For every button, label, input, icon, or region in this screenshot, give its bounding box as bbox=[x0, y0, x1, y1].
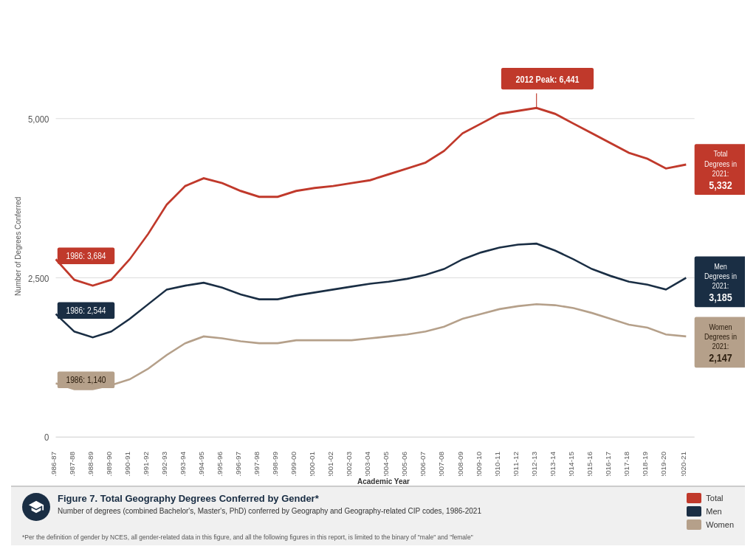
svg-text:2020-21: 2020-21 bbox=[681, 452, 687, 476]
legend-swatch-women bbox=[687, 519, 701, 530]
svg-text:1986-87: 1986-87 bbox=[50, 452, 57, 476]
svg-text:1990-91: 1990-91 bbox=[124, 452, 131, 476]
footer-top: Figure 7. Total Geography Degrees Confer… bbox=[22, 493, 734, 530]
chart-area: Number of Degrees Conferred 0 2,500 5,00… bbox=[11, 7, 745, 486]
legend-item-total: Total bbox=[687, 493, 734, 503]
svg-text:2012-13: 2012-13 bbox=[531, 452, 537, 476]
svg-text:0: 0 bbox=[44, 432, 49, 443]
svg-text:1987-88: 1987-88 bbox=[69, 452, 75, 476]
svg-text:2018-19: 2018-19 bbox=[642, 452, 649, 476]
svg-text:2006-07: 2006-07 bbox=[420, 452, 427, 476]
svg-text:2021:: 2021: bbox=[712, 169, 729, 178]
svg-text:1997-98: 1997-98 bbox=[254, 452, 261, 476]
chart-inner: 0 2,500 5,000 1986-87 1987-88 bbox=[22, 7, 745, 486]
legend-swatch-total bbox=[687, 493, 701, 503]
figure-title: Figure 7. Total Geography Degrees Confer… bbox=[58, 493, 672, 504]
svg-text:2010-11: 2010-11 bbox=[494, 452, 501, 476]
svg-text:1986: 3,684: 1986: 3,684 bbox=[66, 252, 106, 261]
svg-text:2004-05: 2004-05 bbox=[383, 452, 390, 476]
legend: Total Men Women bbox=[687, 493, 734, 530]
svg-text:Total: Total bbox=[713, 150, 727, 159]
svg-text:2014-15: 2014-15 bbox=[568, 452, 574, 476]
svg-text:2008-09: 2008-09 bbox=[457, 452, 464, 476]
peak-label: 2012 Peak: 6,441 bbox=[516, 74, 580, 84]
svg-text:2015-16: 2015-16 bbox=[586, 452, 593, 476]
svg-text:2016-17: 2016-17 bbox=[605, 452, 611, 476]
svg-text:2003-04: 2003-04 bbox=[365, 452, 371, 476]
legend-swatch-men bbox=[687, 506, 701, 517]
legend-label-men: Men bbox=[706, 507, 721, 516]
svg-text:5,332: 5,332 bbox=[709, 179, 732, 191]
svg-text:3,185: 3,185 bbox=[709, 291, 732, 303]
page-container: Number of Degrees Conferred 0 2,500 5,00… bbox=[0, 0, 756, 549]
svg-text:1986: 2,544: 1986: 2,544 bbox=[66, 306, 106, 316]
svg-text:2,500: 2,500 bbox=[28, 273, 49, 284]
svg-text:Men: Men bbox=[714, 262, 727, 271]
svg-text:2002-03: 2002-03 bbox=[346, 452, 353, 476]
svg-text:Women: Women bbox=[709, 322, 732, 331]
svg-text:2019-20: 2019-20 bbox=[661, 452, 667, 476]
legend-label-total: Total bbox=[706, 494, 723, 503]
svg-text:1995-96: 1995-96 bbox=[217, 452, 224, 476]
svg-text:5,000: 5,000 bbox=[28, 114, 49, 125]
svg-text:2013-14: 2013-14 bbox=[549, 452, 556, 476]
chart-svg: 0 2,500 5,000 1986-87 1987-88 bbox=[22, 7, 745, 476]
footer-text-block: Figure 7. Total Geography Degrees Confer… bbox=[58, 493, 672, 517]
footer-left: Figure 7. Total Geography Degrees Confer… bbox=[22, 493, 672, 521]
svg-text:2021:: 2021: bbox=[712, 342, 729, 351]
svg-text:1988-89: 1988-89 bbox=[87, 452, 94, 476]
svg-text:1989-90: 1989-90 bbox=[106, 452, 112, 476]
legend-label-women: Women bbox=[706, 520, 734, 529]
svg-text:1994-95: 1994-95 bbox=[199, 452, 205, 476]
svg-text:2001-02: 2001-02 bbox=[328, 452, 334, 476]
svg-text:Degrees in: Degrees in bbox=[704, 272, 737, 280]
svg-text:2011-12: 2011-12 bbox=[512, 452, 519, 476]
svg-text:2000-01: 2000-01 bbox=[309, 452, 316, 476]
legend-item-women: Women bbox=[687, 519, 734, 530]
x-axis-labels: 1986-87 1987-88 1988-89 1989-90 1990-91 … bbox=[50, 452, 687, 476]
x-axis-label: Academic Year bbox=[22, 477, 745, 486]
footnote: *Per the definition of gender by NCES, a… bbox=[22, 534, 734, 542]
women-line bbox=[56, 304, 687, 389]
svg-text:2007-08: 2007-08 bbox=[439, 452, 445, 476]
figure-description: Number of degrees (combined Bachelor's, … bbox=[58, 506, 672, 517]
svg-container: 0 2,500 5,000 1986-87 1987-88 bbox=[22, 7, 745, 476]
svg-text:1992-93: 1992-93 bbox=[161, 452, 168, 476]
svg-text:2021:: 2021: bbox=[712, 281, 729, 290]
legend-item-men: Men bbox=[687, 506, 734, 517]
y-axis-label: Number of Degrees Conferred bbox=[11, 7, 22, 486]
graduation-cap-icon bbox=[22, 493, 50, 521]
svg-text:Degrees in: Degrees in bbox=[704, 332, 737, 341]
footer: Figure 7. Total Geography Degrees Confer… bbox=[11, 486, 745, 545]
svg-text:2005-06: 2005-06 bbox=[402, 452, 408, 476]
svg-text:1998-99: 1998-99 bbox=[272, 452, 279, 476]
svg-text:2,147: 2,147 bbox=[709, 352, 732, 364]
svg-text:1991-92: 1991-92 bbox=[142, 452, 149, 476]
men-line bbox=[56, 244, 687, 337]
total-line bbox=[56, 108, 687, 286]
svg-text:2009-10: 2009-10 bbox=[475, 452, 482, 476]
svg-text:1986: 1,140: 1986: 1,140 bbox=[66, 376, 106, 385]
cap-svg bbox=[28, 499, 44, 515]
svg-text:1993-94: 1993-94 bbox=[179, 452, 186, 476]
svg-text:Degrees in: Degrees in bbox=[704, 159, 737, 168]
svg-text:2017-18: 2017-18 bbox=[624, 452, 630, 476]
svg-text:1996-97: 1996-97 bbox=[236, 452, 242, 476]
svg-text:1999-00: 1999-00 bbox=[291, 452, 298, 476]
